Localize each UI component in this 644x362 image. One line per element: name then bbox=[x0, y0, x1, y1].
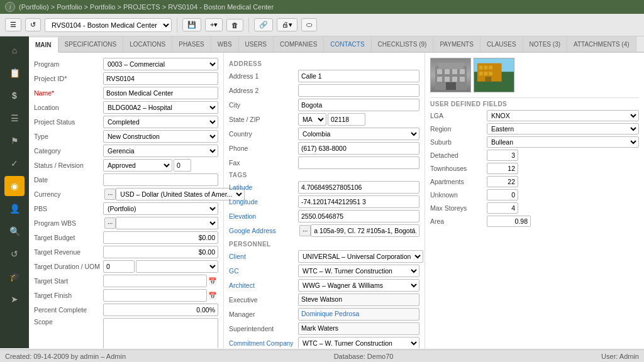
google-address-input[interactable] bbox=[311, 224, 419, 237]
tab-users[interactable]: USERS bbox=[239, 36, 274, 52]
program-select[interactable]: 0003 – Commercial bbox=[103, 58, 218, 70]
sidebar-icon-person[interactable]: 👤 bbox=[4, 199, 25, 219]
sidebar-icon-graduation[interactable]: 🎓 bbox=[4, 266, 25, 287]
max-storeys-input[interactable] bbox=[487, 202, 518, 214]
tab-wbs[interactable]: WBS bbox=[211, 36, 239, 52]
sidebar-icon-flag[interactable]: ⚑ bbox=[4, 131, 25, 151]
type-select[interactable]: New Construction bbox=[103, 130, 218, 143]
country-select[interactable]: Colombia bbox=[298, 128, 419, 140]
date-input[interactable] bbox=[103, 173, 218, 186]
client-select[interactable]: UNIVERSAL – Universal Corporation bbox=[298, 250, 423, 263]
program-wbs-dots-button[interactable]: ··· bbox=[104, 217, 116, 229]
tab-contacts[interactable]: CONTACTS bbox=[324, 36, 371, 52]
unknown-input[interactable] bbox=[487, 189, 518, 200]
target-duration-uom-select[interactable] bbox=[136, 260, 218, 273]
architect-label[interactable]: Architect bbox=[229, 282, 298, 289]
pbs-select[interactable]: (Portfolio) bbox=[103, 202, 218, 215]
sidebar-icon-check[interactable]: ✓ bbox=[4, 153, 25, 173]
area-input[interactable] bbox=[487, 216, 531, 227]
townhouses-input[interactable] bbox=[487, 163, 518, 174]
currency-dots-button[interactable]: ··· bbox=[104, 189, 116, 200]
target-start-input[interactable] bbox=[103, 275, 207, 287]
suburb-select[interactable]: Bullean bbox=[487, 136, 639, 148]
lga-select[interactable]: KNOX bbox=[487, 110, 639, 121]
target-budget-input[interactable] bbox=[103, 231, 218, 244]
commitment-company-label[interactable]: Commitment Company bbox=[229, 340, 298, 347]
project-status-select[interactable]: Completed bbox=[103, 116, 218, 128]
latitude-label[interactable]: Latitude bbox=[229, 184, 298, 191]
region-select[interactable]: Eastern bbox=[487, 123, 639, 134]
target-duration-input[interactable] bbox=[103, 260, 135, 273]
delete-button[interactable]: 🗑 bbox=[226, 19, 243, 31]
target-finish-calendar-button[interactable]: 📅 bbox=[207, 292, 218, 300]
longitude-input[interactable] bbox=[298, 195, 419, 208]
superintendent-value: Mark Waters bbox=[298, 322, 419, 335]
tab-locations[interactable]: LOCATIONS bbox=[123, 36, 172, 52]
max-storeys-label: Max Storeys bbox=[430, 204, 487, 212]
toggle-button[interactable]: ⬭ bbox=[301, 18, 317, 31]
link-button[interactable]: 🔗 bbox=[254, 18, 273, 31]
sidebar-icon-search[interactable]: 🔍 bbox=[4, 221, 25, 241]
tab-checklists[interactable]: CHECKLISTS (9) bbox=[372, 36, 434, 52]
project-id-input[interactable] bbox=[103, 72, 218, 85]
status-revision-select[interactable]: Approved bbox=[103, 159, 172, 172]
tab-companies[interactable]: COMPANIES bbox=[274, 36, 324, 52]
state-select[interactable]: MA bbox=[298, 113, 326, 126]
elevation-input[interactable] bbox=[298, 210, 419, 222]
google-address-label[interactable]: Google Address bbox=[229, 227, 298, 234]
sidebar-icon-dollar[interactable]: $ bbox=[4, 85, 25, 106]
zip-input[interactable] bbox=[328, 113, 365, 126]
sidebar-icon-history[interactable]: ↺ bbox=[4, 244, 25, 264]
target-finish-input[interactable] bbox=[103, 289, 207, 302]
category-select[interactable]: Gerencia bbox=[103, 145, 218, 157]
fax-input[interactable] bbox=[298, 156, 419, 169]
photo-thumb-exterior[interactable] bbox=[474, 58, 514, 92]
tab-attachments[interactable]: ATTACHMENTS (4) bbox=[567, 36, 636, 52]
undo-button[interactable]: ↺ bbox=[25, 18, 41, 31]
info-icon[interactable]: i bbox=[5, 2, 15, 12]
architect-select[interactable]: WWG – Wagner & Williams bbox=[298, 279, 419, 292]
tab-notes[interactable]: NOTES (3) bbox=[523, 36, 567, 52]
city-input[interactable] bbox=[298, 99, 419, 111]
tab-main[interactable]: MAIN bbox=[29, 38, 58, 53]
target-start-calendar-button[interactable]: 📅 bbox=[207, 277, 218, 285]
tab-phases[interactable]: PHASES bbox=[172, 36, 211, 52]
sidebar-icon-globe[interactable]: ◉ bbox=[4, 176, 25, 196]
tab-specifications[interactable]: SPECIFICATIONS bbox=[58, 36, 124, 52]
address2-input[interactable] bbox=[298, 84, 419, 97]
elevation-label[interactable]: Elevation bbox=[229, 212, 298, 220]
sidebar-icon-arrow[interactable]: ➤ bbox=[4, 289, 25, 309]
target-revenue-input[interactable] bbox=[103, 246, 218, 258]
status-revision-num[interactable] bbox=[174, 159, 191, 172]
sidebar-icon-document[interactable]: 📋 bbox=[4, 63, 25, 83]
sidebar-icon-home[interactable]: ⌂ bbox=[4, 40, 25, 60]
photo-thumb-building[interactable] bbox=[430, 58, 471, 92]
menu-button[interactable]: ☰ bbox=[5, 18, 21, 31]
project-select[interactable]: RVS0104 - Boston Medical Center bbox=[45, 18, 172, 32]
tab-payments[interactable]: PAYMENTS bbox=[433, 36, 480, 52]
client-label[interactable]: Client bbox=[229, 253, 298, 260]
state-zip-inputs: MA bbox=[298, 113, 365, 126]
udf-section-label: USER DEFINED FIELDS bbox=[430, 97, 639, 107]
add-button[interactable]: +▾ bbox=[205, 18, 223, 31]
phone-input[interactable] bbox=[298, 142, 419, 155]
tab-clauses[interactable]: CLAUSES bbox=[480, 36, 523, 52]
save-button[interactable]: 💾 bbox=[182, 18, 201, 31]
location-label: Location bbox=[34, 104, 103, 111]
gc-label[interactable]: GC bbox=[229, 267, 298, 275]
print-button[interactable]: 🖨▾ bbox=[277, 18, 297, 31]
commitment-company-select[interactable]: WTC – W. Turner Construction bbox=[298, 337, 419, 348]
percent-complete-input[interactable] bbox=[103, 304, 218, 316]
location-select[interactable]: BLDG00A2 – Hospital bbox=[103, 101, 218, 114]
scope-textarea[interactable] bbox=[103, 318, 218, 348]
sidebar-icon-list[interactable]: ☰ bbox=[4, 108, 25, 128]
detached-input[interactable] bbox=[487, 150, 518, 161]
name-input[interactable] bbox=[103, 87, 218, 99]
longitude-label[interactable]: Longitude bbox=[229, 198, 298, 206]
latitude-input[interactable] bbox=[298, 181, 419, 194]
google-address-dots-button[interactable]: ··· bbox=[299, 225, 311, 236]
gc-select[interactable]: WTC – W. Turner Construction bbox=[298, 265, 419, 277]
address1-input[interactable] bbox=[298, 70, 419, 82]
apartments-input[interactable] bbox=[487, 176, 518, 187]
program-wbs-select[interactable] bbox=[116, 217, 218, 229]
